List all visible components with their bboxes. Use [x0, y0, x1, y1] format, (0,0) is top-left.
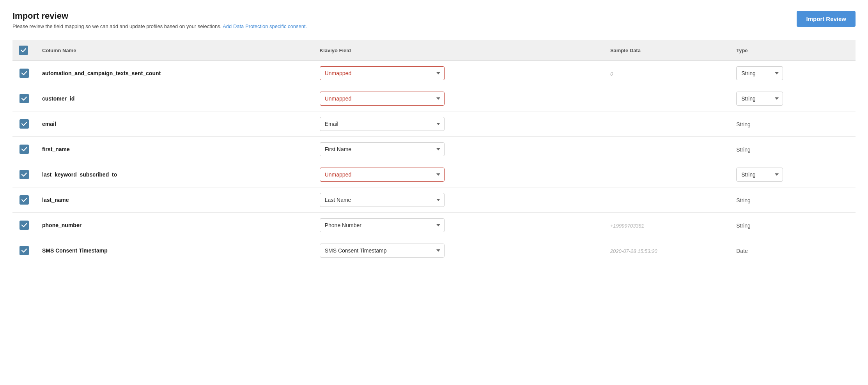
row-checkbox-cell: [12, 111, 36, 137]
klaviyo-field-select[interactable]: UnmappedEmailFirst NameLast NamePhone Nu…: [320, 142, 445, 156]
table-row: last_nameUnmappedEmailFirst NameLast Nam…: [12, 187, 856, 213]
row-checkbox[interactable]: [19, 221, 29, 230]
klaviyo-field-cell: UnmappedEmailFirst NameLast NamePhone Nu…: [314, 213, 604, 238]
type-cell: String: [730, 213, 856, 238]
type-select[interactable]: StringNumberBooleanDate: [736, 168, 783, 182]
type-cell: StringNumberBooleanDate: [730, 86, 856, 111]
klaviyo-field-select[interactable]: UnmappedEmailFirst NameLast NamePhone Nu…: [320, 92, 445, 106]
klaviyo-field-cell: UnmappedEmailFirst NameLast NamePhone Nu…: [314, 111, 604, 137]
header-left: Import review Please review the field ma…: [12, 11, 307, 29]
table-body: automation_and_campaign_texts_sent_count…: [12, 61, 856, 263]
column-name: phone_number: [36, 213, 314, 238]
row-checkbox-cell: [12, 86, 36, 111]
sample-data-cell: [604, 86, 730, 111]
row-checkbox[interactable]: [19, 246, 29, 255]
sample-data-cell: [604, 187, 730, 213]
table-row: customer_idUnmappedEmailFirst NameLast N…: [12, 86, 856, 111]
page-header: Import review Please review the field ma…: [12, 11, 856, 29]
page-subtitle: Please review the field mapping so we ca…: [12, 23, 307, 29]
row-checkbox-cell: [12, 187, 36, 213]
row-checkbox[interactable]: [19, 69, 29, 78]
row-checkbox[interactable]: [19, 170, 29, 179]
klaviyo-field-cell: UnmappedEmailFirst NameLast NamePhone Nu…: [314, 86, 604, 111]
type-cell: StringNumberBooleanDate: [730, 162, 856, 187]
header-checkbox[interactable]: [19, 46, 28, 55]
klaviyo-field-select[interactable]: UnmappedEmailFirst NameLast NamePhone Nu…: [320, 168, 445, 182]
sample-data-value: +19999703381: [610, 223, 644, 229]
type-cell: String: [730, 111, 856, 137]
sample-data-cell: +19999703381: [604, 213, 730, 238]
type-select[interactable]: StringNumberBooleanDate: [736, 92, 783, 106]
column-name: SMS Consent Timestamp: [36, 238, 314, 263]
table-row: last_keyword_subscribed_toUnmappedEmailF…: [12, 162, 856, 187]
page-container: Import review Please review the field ma…: [0, 0, 868, 274]
table-header: Column Name Klaviyo Field Sample Data Ty…: [12, 40, 856, 61]
table-row: phone_numberUnmappedEmailFirst NameLast …: [12, 213, 856, 238]
header-sample-data: Sample Data: [604, 40, 730, 61]
klaviyo-field-cell: UnmappedEmailFirst NameLast NamePhone Nu…: [314, 238, 604, 263]
type-text: String: [736, 197, 751, 203]
sample-data-cell: [604, 162, 730, 187]
column-name: customer_id: [36, 86, 314, 111]
header-column-name: Column Name: [36, 40, 314, 61]
type-select[interactable]: StringNumberBooleanDate: [736, 66, 783, 80]
row-checkbox-cell: [12, 61, 36, 86]
type-cell: Date: [730, 238, 856, 263]
type-cell: String: [730, 137, 856, 162]
header-klaviyo-field: Klaviyo Field: [314, 40, 604, 61]
column-name: first_name: [36, 137, 314, 162]
table-row: emailUnmappedEmailFirst NameLast NamePho…: [12, 111, 856, 137]
mapping-table: Column Name Klaviyo Field Sample Data Ty…: [12, 40, 856, 263]
row-checkbox[interactable]: [19, 195, 29, 205]
type-text: Date: [736, 248, 748, 254]
row-checkbox[interactable]: [19, 94, 29, 103]
klaviyo-field-select[interactable]: UnmappedEmailFirst NameLast NamePhone Nu…: [320, 218, 445, 232]
header-type: Type: [730, 40, 856, 61]
column-name: email: [36, 111, 314, 137]
type-cell: StringNumberBooleanDate: [730, 61, 856, 86]
column-name: last_name: [36, 187, 314, 213]
type-text: String: [736, 147, 751, 153]
klaviyo-field-cell: UnmappedEmailFirst NameLast NamePhone Nu…: [314, 61, 604, 86]
header-row: Column Name Klaviyo Field Sample Data Ty…: [12, 40, 856, 61]
column-name: last_keyword_subscribed_to: [36, 162, 314, 187]
row-checkbox-cell: [12, 213, 36, 238]
header-checkbox-col: [12, 40, 36, 61]
type-cell: String: [730, 187, 856, 213]
klaviyo-field-select[interactable]: UnmappedEmailFirst NameLast NamePhone Nu…: [320, 117, 445, 131]
import-review-button[interactable]: Import Review: [797, 11, 856, 27]
table-row: SMS Consent TimestampUnmappedEmailFirst …: [12, 238, 856, 263]
column-name: automation_and_campaign_texts_sent_count: [36, 61, 314, 86]
sample-data-value: 0: [610, 71, 613, 77]
data-protection-link[interactable]: Add Data Protection specific consent.: [223, 23, 307, 29]
row-checkbox[interactable]: [19, 119, 29, 129]
page-title: Import review: [12, 11, 307, 21]
sample-data-cell: 0: [604, 61, 730, 86]
klaviyo-field-select[interactable]: UnmappedEmailFirst NameLast NamePhone Nu…: [320, 66, 445, 80]
klaviyo-field-select[interactable]: UnmappedEmailFirst NameLast NamePhone Nu…: [320, 244, 445, 258]
sample-data-value: 2020-07-28 15:53:20: [610, 248, 657, 254]
sample-data-cell: 2020-07-28 15:53:20: [604, 238, 730, 263]
sample-data-cell: [604, 111, 730, 137]
type-text: String: [736, 223, 751, 229]
subtitle-text: Please review the field mapping so we ca…: [12, 23, 221, 29]
row-checkbox-cell: [12, 162, 36, 187]
klaviyo-field-cell: UnmappedEmailFirst NameLast NamePhone Nu…: [314, 137, 604, 162]
klaviyo-field-cell: UnmappedEmailFirst NameLast NamePhone Nu…: [314, 162, 604, 187]
row-checkbox-cell: [12, 238, 36, 263]
row-checkbox[interactable]: [19, 145, 29, 154]
row-checkbox-cell: [12, 137, 36, 162]
table-row: first_nameUnmappedEmailFirst NameLast Na…: [12, 137, 856, 162]
klaviyo-field-cell: UnmappedEmailFirst NameLast NamePhone Nu…: [314, 187, 604, 213]
sample-data-cell: [604, 137, 730, 162]
klaviyo-field-select[interactable]: UnmappedEmailFirst NameLast NamePhone Nu…: [320, 193, 445, 207]
type-text: String: [736, 121, 751, 127]
table-row: automation_and_campaign_texts_sent_count…: [12, 61, 856, 86]
